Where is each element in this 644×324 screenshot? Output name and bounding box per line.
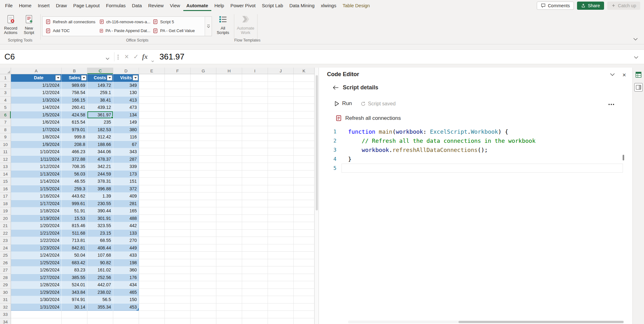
cell-D21[interactable]: 442	[113, 222, 139, 230]
cell-A16[interactable]: 1/15/2024	[11, 185, 62, 193]
cell-H24[interactable]	[216, 244, 242, 252]
cell-B29[interactable]: 524.01	[62, 281, 87, 289]
cell-A17[interactable]: 1/16/2024	[11, 193, 62, 200]
cell-G8[interactable]	[191, 126, 216, 134]
cell-G17[interactable]	[191, 193, 216, 200]
cell-E27[interactable]	[139, 266, 165, 274]
cell-F6[interactable]	[165, 111, 191, 119]
cell-D5[interactable]: 473	[113, 104, 139, 111]
cell-E31[interactable]	[139, 296, 165, 304]
cell-C31[interactable]: 56.5	[87, 296, 113, 304]
cell-I2[interactable]	[242, 82, 268, 89]
cell-B11[interactable]: 466.23	[62, 148, 87, 156]
cell-B6[interactable]: 424.58	[62, 111, 87, 119]
cell-E18[interactable]	[139, 200, 165, 208]
cell-K13[interactable]	[294, 163, 314, 170]
cell-I14[interactable]	[242, 170, 268, 178]
cell-A15[interactable]: 1/14/2024	[11, 178, 62, 185]
cell-I28[interactable]	[242, 274, 268, 282]
cell-G7[interactable]	[191, 119, 216, 126]
col-header-F[interactable]: F	[165, 68, 191, 74]
cell-A25[interactable]: 1/24/2024	[11, 252, 62, 259]
cell-I10[interactable]	[242, 141, 268, 148]
cell-E24[interactable]	[139, 244, 165, 252]
cell-A32[interactable]: 1/31/2024	[11, 304, 62, 311]
cell-K12[interactable]	[294, 156, 314, 163]
cell-C10[interactable]: 188.66	[87, 141, 113, 148]
cell-G24[interactable]	[191, 244, 216, 252]
cell-B10[interactable]: 208.8	[62, 141, 87, 148]
menu-tab-draw[interactable]: Draw	[53, 0, 70, 11]
formula-bar-expand-button[interactable]	[634, 55, 638, 60]
cell-A20[interactable]: 1/19/2024	[11, 215, 62, 222]
more-options-button[interactable]	[608, 104, 614, 105]
cell-H25[interactable]	[216, 252, 242, 259]
cell-B33[interactable]	[62, 311, 87, 318]
table-resize-handle[interactable]	[136, 308, 139, 310]
cell-A31[interactable]: 1/30/2024	[11, 296, 62, 304]
cell-A22[interactable]: 1/21/2024	[11, 230, 62, 237]
select-all-button[interactable]	[0, 68, 11, 74]
cell-D10[interactable]: 67	[113, 141, 139, 148]
cell-K34[interactable]	[294, 318, 314, 324]
cell-A13[interactable]: 1/12/2024	[11, 163, 62, 170]
cell-J2[interactable]	[268, 82, 294, 89]
cell-E32[interactable]	[139, 304, 165, 311]
cell-H14[interactable]	[216, 170, 242, 178]
cell-A29[interactable]: 1/28/2024	[11, 281, 62, 289]
cell-B34[interactable]	[62, 318, 87, 324]
cell-D33[interactable]	[113, 311, 139, 318]
cell-H18[interactable]	[216, 200, 242, 208]
cell-C14[interactable]: 244.59	[87, 170, 113, 178]
code-line-5[interactable]	[348, 164, 623, 173]
cell-C33[interactable]	[87, 311, 113, 318]
cell-F20[interactable]	[165, 215, 191, 222]
cell-I25[interactable]	[242, 252, 268, 259]
cell-K29[interactable]	[294, 281, 314, 289]
cell-G23[interactable]	[191, 237, 216, 244]
cell-A10[interactable]: 1/9/2024	[11, 141, 62, 148]
cell-F15[interactable]	[165, 178, 191, 185]
cell-K25[interactable]	[294, 252, 314, 259]
fill-handle[interactable]	[111, 116, 113, 119]
row-header-15[interactable]: 15	[0, 178, 11, 185]
menu-tab-home[interactable]: Home	[16, 0, 35, 11]
cell-B3[interactable]: 758.54	[62, 89, 87, 97]
cell-A14[interactable]: 1/13/2024	[11, 170, 62, 178]
cell-J24[interactable]	[268, 244, 294, 252]
cell-A34[interactable]	[11, 318, 62, 324]
cell-K6[interactable]	[294, 111, 314, 119]
cell-C13[interactable]: 342.21	[87, 163, 113, 170]
cell-D20[interactable]: 488	[113, 215, 139, 222]
cell-C21[interactable]: 323.55	[87, 222, 113, 230]
cell-I32[interactable]	[242, 304, 268, 311]
cell-D11[interactable]: 343	[113, 148, 139, 156]
cell-D6[interactable]: 134	[113, 111, 139, 119]
cell-E8[interactable]	[139, 126, 165, 134]
cell-F19[interactable]	[165, 207, 191, 215]
cell-C26[interactable]: 90.82	[87, 259, 113, 267]
cell-I19[interactable]	[242, 207, 268, 215]
cell-F2[interactable]	[165, 82, 191, 89]
cell-G21[interactable]	[191, 222, 216, 230]
cell-I13[interactable]	[242, 163, 268, 170]
row-header-34[interactable]: 34	[0, 318, 11, 324]
row-header-29[interactable]: 29	[0, 281, 11, 289]
cell-C30[interactable]: 238.02	[87, 289, 113, 296]
cell-E33[interactable]	[139, 311, 165, 318]
cell-D18[interactable]: 281	[113, 200, 139, 208]
cell-F1[interactable]	[165, 74, 191, 82]
cell-G33[interactable]	[191, 311, 216, 318]
col-header-A[interactable]: A	[11, 68, 62, 74]
row-header-9[interactable]: 9	[0, 133, 11, 141]
cell-G18[interactable]	[191, 200, 216, 208]
cell-A26[interactable]: 1/25/2024	[11, 259, 62, 267]
cell-I9[interactable]	[242, 133, 268, 141]
code-line-4[interactable]: }	[348, 154, 623, 164]
cell-K23[interactable]	[294, 237, 314, 244]
cell-J33[interactable]	[268, 311, 294, 318]
cell-I30[interactable]	[242, 289, 268, 296]
cell-I23[interactable]	[242, 237, 268, 244]
cell-J34[interactable]	[268, 318, 294, 324]
filter-button-sales[interactable]	[81, 75, 86, 81]
